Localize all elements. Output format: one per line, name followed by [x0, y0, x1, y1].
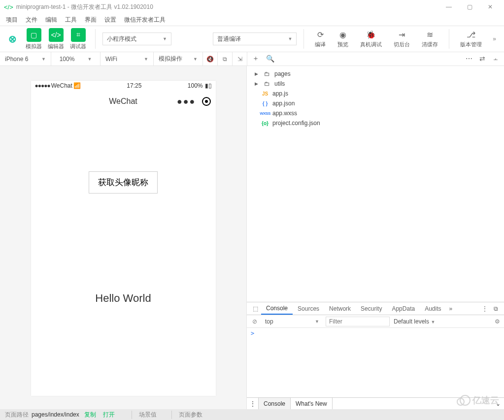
tab-audits[interactable]: Audits — [420, 302, 446, 315]
device-value: iPhone 6 — [5, 56, 28, 63]
toolbar-overflow-icon[interactable]: » — [490, 35, 499, 42]
editor-icon: </> — [49, 28, 64, 42]
version-control-button[interactable]: ⎇ 版本管理 — [456, 29, 486, 49]
filter-input[interactable] — [326, 317, 390, 326]
status-bar: 页面路径 pages/index/index 复制 打开 场景值 页面参数 — [0, 409, 504, 420]
console-settings-icon[interactable]: ⚙ — [495, 318, 500, 325]
tree-file-app-js[interactable]: JS app.js — [247, 89, 504, 98]
tree-more-icon[interactable]: ⋯ — [466, 55, 472, 63]
clear-console-icon[interactable]: ⊘ — [251, 318, 259, 325]
inspect-icon[interactable]: ⬚ — [250, 305, 261, 312]
tree-label: app.json — [272, 100, 295, 107]
mute-toggle[interactable]: 🔇 — [203, 52, 218, 65]
menu-project[interactable]: 项目 — [2, 16, 22, 24]
log-levels-select[interactable]: Default levels ▼ — [394, 318, 435, 325]
tab-security[interactable]: Security — [356, 302, 387, 315]
compile-button[interactable]: ⟳ 编译 — [311, 29, 330, 49]
separator — [303, 29, 304, 49]
scene-label: 场景值 — [139, 411, 157, 419]
dropdown-icon: ▼ — [144, 57, 148, 62]
tree-folder-pages[interactable]: ▶ 🗀 pages — [247, 69, 504, 79]
minimize-button[interactable]: — — [443, 1, 455, 13]
capsule-close-icon — [202, 97, 211, 106]
tree-folder-utils[interactable]: ▶ 🗀 utils — [247, 79, 504, 89]
console-filter-bar: ⊘ top ▼ Default levels ▼ ⚙ — [247, 315, 504, 328]
app-logo-icon: </> — [4, 3, 13, 11]
compile-mode-select[interactable]: 普通编译 ▼ — [213, 32, 297, 45]
network-value: WiFi — [105, 56, 117, 63]
tree-file-project-config[interactable]: {o} project.config.json — [247, 118, 504, 128]
compile-icon: ⟳ — [315, 30, 325, 40]
simulator-label: 模拟器 — [26, 43, 42, 50]
menu-bar: 项目 文件 编辑 工具 界面 设置 微信开发者工具 — [0, 14, 504, 26]
drawer-tab-console[interactable]: Console — [259, 398, 291, 409]
menu-wechat-devtools[interactable]: 微信开发者工具 — [120, 16, 169, 24]
capsule-button[interactable]: ●●● — [177, 97, 211, 107]
drawer-menu-icon[interactable]: ⋮ — [247, 398, 259, 409]
sim-operation-select[interactable]: 模拟操作 ▼ — [154, 52, 203, 65]
get-profile-button[interactable]: 获取头像昵称 — [89, 171, 158, 194]
mode-select[interactable]: 小程序模式 ▼ — [102, 32, 171, 45]
drawer-tab-whatsnew[interactable]: What's New — [291, 398, 333, 409]
simulator-toggle[interactable]: ▢ 模拟器 — [24, 27, 44, 51]
zoom-select[interactable]: 100% ▼ — [51, 52, 101, 65]
watermark: 亿速云 — [460, 394, 499, 406]
dropdown-icon: ▼ — [431, 320, 435, 324]
devtools-menu-icon[interactable]: ⋮ — [479, 305, 491, 312]
menu-interface[interactable]: 界面 — [81, 16, 101, 24]
context-select[interactable]: top ▼ — [263, 317, 322, 326]
params-label: 页面参数 — [179, 411, 202, 419]
devtools-dock-icon[interactable]: ⧉ — [491, 305, 501, 312]
dropdown-icon: ▼ — [315, 319, 319, 324]
tree-label: app.js — [272, 90, 288, 97]
search-icon[interactable]: 🔍 — [266, 55, 274, 63]
maximize-button[interactable]: ▢ — [464, 1, 475, 13]
tab-sources[interactable]: Sources — [293, 302, 324, 315]
menu-settings[interactable]: 设置 — [101, 16, 120, 24]
tab-appdata[interactable]: AppData — [387, 302, 420, 315]
menu-tools[interactable]: 工具 — [61, 16, 81, 24]
tree-settings-icon[interactable]: ⇄ — [479, 55, 485, 63]
preview-button[interactable]: ◉ 预览 — [334, 29, 352, 49]
remote-label: 真机调试 — [360, 41, 382, 48]
open-link[interactable]: 打开 — [101, 411, 117, 419]
simop-value: 模拟操作 — [159, 55, 182, 63]
device-select[interactable]: iPhone 6 ▼ — [0, 52, 51, 65]
remote-debug-icon: 🐞 — [366, 30, 376, 40]
path-value: pages/index/index — [32, 411, 79, 418]
phone-nav-bar: WeChat ●●● — [31, 91, 216, 112]
network-select[interactable]: WiFi ▼ — [101, 52, 154, 65]
copy-link[interactable]: 复制 — [82, 411, 98, 419]
carrier-label: WeChat — [51, 82, 72, 89]
phone-body: 获取头像昵称 Hello World — [31, 112, 216, 396]
debugger-toggle[interactable]: ⌗ 调试器 — [68, 27, 88, 51]
tab-console[interactable]: Console — [261, 302, 293, 315]
compile-label: 编译 — [315, 41, 326, 48]
tree-file-app-wxss[interactable]: WXSS app.wxss — [247, 108, 504, 118]
preview-icon: ◉ — [338, 30, 348, 40]
tree-file-app-json[interactable]: { } app.json — [247, 98, 504, 108]
menu-file[interactable]: 文件 — [22, 16, 41, 24]
clear-cache-button[interactable]: ≋ 清缓存 — [418, 29, 442, 49]
editor-toggle[interactable]: </> 编辑器 — [46, 27, 66, 51]
console-body[interactable]: > — [247, 328, 504, 397]
tabs-overflow-icon[interactable]: » — [446, 305, 456, 312]
new-file-icon[interactable]: ＋ — [252, 54, 259, 63]
background-button[interactable]: ⇥ 切后台 — [390, 29, 414, 49]
tab-network[interactable]: Network — [324, 302, 356, 315]
view-toggle-group: ▢ 模拟器 </> 编辑器 ⌗ 调试器 — [24, 27, 88, 51]
clock-label: 17:25 — [127, 82, 141, 89]
rotate-button[interactable]: ⧉ — [218, 52, 233, 65]
tree-layout-icon[interactable]: ⫠ — [492, 55, 499, 63]
detach-button[interactable]: ⇲ — [233, 52, 247, 65]
remote-debug-button[interactable]: 🐞 真机调试 — [356, 29, 386, 49]
clear-cache-label: 清缓存 — [422, 41, 438, 48]
close-button[interactable]: ✕ — [484, 1, 496, 13]
simulator-pane: ●●●●● WeChat 📶 17:25 100% ▮▯ WeChat ●●● … — [0, 66, 246, 409]
phone-frame: ●●●●● WeChat 📶 17:25 100% ▮▯ WeChat ●●● … — [31, 81, 216, 396]
menu-edit[interactable]: 编辑 — [41, 16, 61, 24]
background-label: 切后台 — [394, 41, 410, 48]
hello-text: Hello World — [95, 292, 151, 305]
json-icon: { } — [261, 101, 269, 106]
separator — [95, 29, 96, 49]
